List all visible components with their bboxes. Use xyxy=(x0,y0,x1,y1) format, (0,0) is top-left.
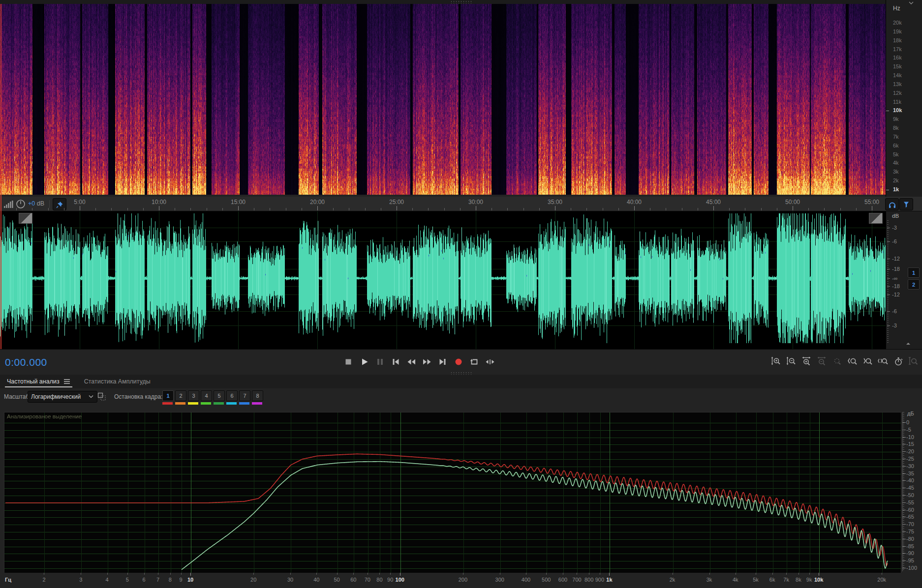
frequency-axis-unit: Гц xyxy=(5,577,11,583)
waveform-db-label: -6 xyxy=(892,308,897,314)
frequency-analysis-plot[interactable] xyxy=(4,412,901,574)
channel-button-2[interactable]: 2 xyxy=(908,279,920,290)
frame-hold-4[interactable]: 4 xyxy=(201,390,211,405)
zoom-out-vertical-button[interactable] xyxy=(785,355,799,368)
loop-playback-button[interactable] xyxy=(467,355,481,368)
zoom-in-vertical-button[interactable] xyxy=(769,355,783,368)
zoom-full-button[interactable] xyxy=(907,355,921,368)
timeline-tick xyxy=(333,208,334,210)
frame-hold-button: 2 xyxy=(175,390,186,401)
fast-forward-icon xyxy=(421,355,433,368)
db-axis-tick xyxy=(902,488,906,488)
db-unit-label: dB xyxy=(892,213,899,219)
stop-icon xyxy=(342,355,355,368)
tab-amplitude-statistics[interactable]: Статистика Амплитуды xyxy=(77,375,157,388)
hold-frames-label: Остановка кадра: xyxy=(114,393,162,400)
frame-hold-5[interactable]: 5 xyxy=(214,390,224,405)
tab-frequency-analysis[interactable]: Частотный анализ xyxy=(0,375,77,388)
playhead[interactable] xyxy=(0,4,1,349)
panel-drag-grip[interactable] xyxy=(450,0,472,3)
frame-color-bar xyxy=(162,402,173,405)
play-button[interactable] xyxy=(357,355,371,368)
frequency-axis-tick xyxy=(589,573,589,575)
panel-divider-grip[interactable] xyxy=(450,372,472,375)
stop-button[interactable] xyxy=(341,355,355,368)
level-meter-icon[interactable] xyxy=(4,201,14,208)
zoom-reset-button[interactable] xyxy=(830,355,844,368)
panel-menu-icon[interactable] xyxy=(63,379,70,384)
pause-button[interactable] xyxy=(373,355,387,368)
timeline-tick xyxy=(793,206,793,210)
frequency-axis-label: 6k xyxy=(769,577,775,583)
frame-hold-2[interactable]: 2 xyxy=(175,390,185,405)
skip-to-end-button[interactable] xyxy=(436,355,450,368)
frequency-axis-tick xyxy=(756,573,756,575)
spectral-controls-button[interactable] xyxy=(899,198,913,210)
stopwatch-icon xyxy=(892,355,905,368)
clock-icon[interactable] xyxy=(16,199,26,209)
tab-label: Статистика Амплитуды xyxy=(84,378,151,385)
timeline-tick xyxy=(190,208,191,210)
frame-hold-button: 7 xyxy=(239,390,250,401)
scale-dropdown[interactable]: Логарифмический xyxy=(28,391,97,403)
waveform-db-scale[interactable]: dB -3-6-12-18-∞-18-12-6-3 12 xyxy=(886,211,922,349)
frequency-axis-tick xyxy=(546,573,547,575)
spectral-pitch-display-button[interactable] xyxy=(885,198,899,210)
frame-hold-1[interactable]: 1 xyxy=(162,390,173,405)
frequency-axis-label: 300 xyxy=(495,577,504,583)
zoom-in-horizontal-button[interactable] xyxy=(800,355,814,368)
frame-color-bar xyxy=(226,402,237,405)
waveform-display[interactable] xyxy=(0,211,886,349)
timeline-tick xyxy=(349,208,349,210)
frame-hold-6[interactable]: 6 xyxy=(226,390,237,405)
fast-forward-button[interactable] xyxy=(420,355,434,368)
timeline-tick xyxy=(238,206,239,210)
waveform-db-label: -3 xyxy=(892,323,897,328)
timeline-time-label: 55:00 xyxy=(864,199,879,206)
timeline-ruler[interactable]: +0 dB 5:0010:0015:0020:0025:0030:0035:00… xyxy=(0,197,922,211)
spectrogram-freq-label: 15k xyxy=(893,63,902,69)
fade-in-handle[interactable] xyxy=(19,213,32,224)
transport-controls xyxy=(341,355,497,368)
spectrogram-display[interactable] xyxy=(0,4,886,195)
frame-hold-8[interactable]: 8 xyxy=(252,390,262,405)
timeline-tick xyxy=(111,208,112,210)
spectrogram-frequency-scale[interactable]: Hz 20k19k18k17k16k15k14k13k12k11k10k9k8k… xyxy=(886,0,922,197)
frequency-axis-tick xyxy=(158,573,158,575)
zoom-to-out-point-button[interactable] xyxy=(861,355,875,368)
frequency-axis-label: 5k xyxy=(753,577,759,583)
db-axis-label: -65 xyxy=(906,514,914,520)
frame-hold-7[interactable]: 7 xyxy=(239,390,249,405)
scale-options-caret-icon[interactable] xyxy=(909,1,914,4)
db-axis-label: -75 xyxy=(906,529,914,534)
timeline-tick xyxy=(872,206,872,210)
db-axis-label: -90 xyxy=(906,550,914,556)
spectrogram-freq-label: 7k xyxy=(893,134,899,140)
frame-hold-button: 1 xyxy=(162,390,174,401)
skip-to-start-button[interactable] xyxy=(389,355,402,368)
channel-button-1[interactable]: 1 xyxy=(908,267,920,278)
frame-color-bar xyxy=(239,402,249,405)
timeline-tick xyxy=(682,208,682,210)
scale-dropdown-value: Логарифмический xyxy=(31,393,81,400)
frequency-axis-tick xyxy=(81,573,81,575)
scroll-up-icon[interactable] xyxy=(906,342,911,345)
timeline-time-label: 40:00 xyxy=(627,199,642,206)
zoom-timed-button[interactable] xyxy=(891,355,905,368)
waveform-db-tick xyxy=(887,286,890,287)
fade-out-handle[interactable] xyxy=(869,213,883,224)
frame-hold-3[interactable]: 3 xyxy=(188,390,198,405)
rewind-button[interactable] xyxy=(404,355,418,368)
waveform-db-label: -12 xyxy=(892,256,900,262)
copy-graph-button[interactable] xyxy=(96,391,107,402)
shuttle-button[interactable] xyxy=(483,355,497,368)
zoom-to-selection-button[interactable] xyxy=(876,355,890,368)
zoom-out-horizontal-button[interactable] xyxy=(815,355,829,368)
db-level-readout[interactable]: +0 dB xyxy=(28,200,44,207)
zoom-to-in-point-button[interactable] xyxy=(846,355,860,368)
record-button[interactable] xyxy=(452,355,465,368)
frequency-axis-label: 700 xyxy=(572,577,581,583)
db-axis-label: -40 xyxy=(906,477,914,483)
time-display[interactable]: 0:00.000 xyxy=(5,356,47,368)
zoom-out-vertical-icon xyxy=(785,355,798,368)
